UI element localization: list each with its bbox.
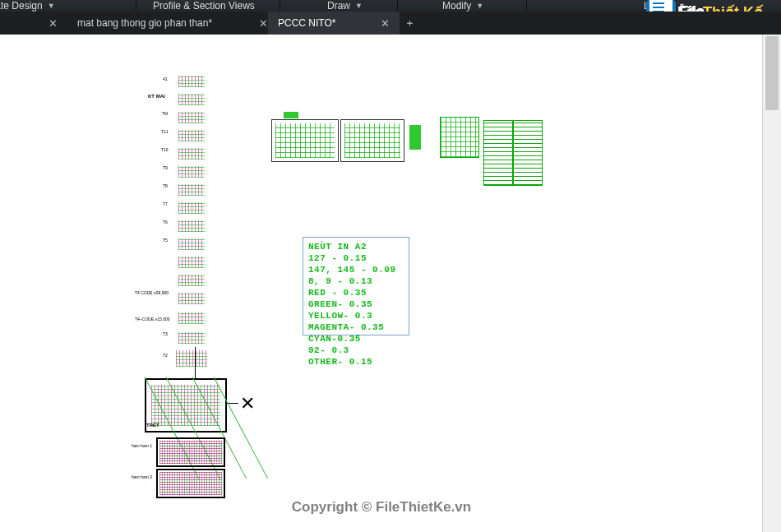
close-icon[interactable]: ✕ [259,17,268,30]
tab-title: mat bang thong gio phan than* [77,17,212,29]
close-icon[interactable]: ✕ [49,17,58,30]
level-label: T10 [161,148,169,152]
floor-thumbnail [177,92,206,107]
floor-thumbnail [177,183,206,197]
level-label: KT MAI [148,94,165,99]
level-label: T6 [163,220,168,224]
sheet-frame [340,119,404,162]
basement-plan [156,469,225,498]
floor-thumbnail [177,164,206,179]
svg-rect-3 [653,7,664,8]
schedule-table [440,117,479,158]
caret-icon: ▼ [476,0,483,12]
level-label: T8 [163,184,168,188]
menu-label: Create Design [0,0,43,12]
menu-profile-section[interactable]: Profile & Section Views [153,0,255,12]
level-label: T2 [163,354,168,358]
cursor-x-icon: ✕ [240,395,255,413]
file-tab-active[interactable]: PCCC NITO* ✕ [268,12,400,35]
menu-separator [136,0,136,12]
floor-thumbnail [177,201,206,215]
level-label: T4–CODE ≥15,000 [135,317,170,322]
elev-dim: 41 [163,77,168,81]
close-icon[interactable]: ✕ [381,17,390,30]
floor-thumbnail [177,219,206,234]
menu-draw[interactable]: Draw ▼ [321,0,369,12]
file-tab[interactable]: mat bang thong gio phan than* ✕ [67,12,276,35]
level-label: T3 [163,332,168,336]
caret-icon: ▼ [355,0,363,12]
floor-thumbnail [177,74,206,89]
model-space[interactable]: KT MAI 41 TM T11 T10 T9 T8 T7 T6 T5 T4 C… [0,35,763,532]
new-tab-button[interactable]: ＋ [403,16,416,30]
floor-thumbnail [177,273,206,288]
schedule-table [483,120,513,186]
level-label: ham ham 1 [132,444,152,448]
floor-thumbnail [177,291,206,306]
level-label: TRET [146,423,159,428]
vertical-scrollbar[interactable] [762,35,781,532]
menu-create-design[interactable]: Create Design ▼ [0,0,62,12]
legend-swatch [284,112,298,118]
file-tab[interactable]: 09* ✕ [0,12,64,35]
menu-label: Modify [442,0,471,12]
sheet-frame [271,119,339,162]
floor-thumbnail [177,128,206,143]
floor-thumbnail [177,146,206,161]
menu-separator [280,0,280,12]
schedule-table [513,120,543,186]
floor-thumbnail [177,311,206,326]
plot-style-text: NEÙT IN A2 127 - 0.15 147, 145 - 0.09 8,… [303,238,409,371]
menu-modify[interactable]: Modify ▼ [436,0,490,12]
menu-separator [397,0,398,12]
svg-rect-2 [653,2,664,4]
file-tab-bar: 09* ✕ mat bang thong gio phan than* ✕ PC… [0,12,781,35]
level-label: ham ham 2 [132,475,152,479]
floor-thumbnail [177,331,206,345]
menu-separator [526,0,527,12]
ribbon-titles: Create Design ▼ Profile & Section Views … [0,0,781,12]
level-label: T9 [163,166,168,170]
scrollbar-thumb[interactable] [765,36,779,110]
floor-thumbnail [177,255,206,270]
basement-plan [156,437,225,467]
level-label: T11 [161,130,169,134]
level-label: T5 [163,238,168,243]
floor-thumbnail [177,237,206,252]
copyright-watermark: Copyright © FileThietKe.vn [0,500,763,514]
tab-title: PCCC NITO* [278,17,335,29]
level-label: T7 [163,202,168,206]
menu-label: Draw [327,0,350,12]
level-label: TM [162,112,168,116]
menu-label: Profile & Section Views [153,0,255,12]
caret-icon: ▼ [48,0,55,12]
legend-swatch [409,125,421,150]
plot-style-note: NEÙT IN A2 127 - 0.15 147, 145 - 0.09 8,… [303,237,409,335]
floor-thumbnail [174,349,209,368]
level-label: T4 CODE ≥09,900 [135,291,169,295]
floor-thumbnail [177,110,206,125]
